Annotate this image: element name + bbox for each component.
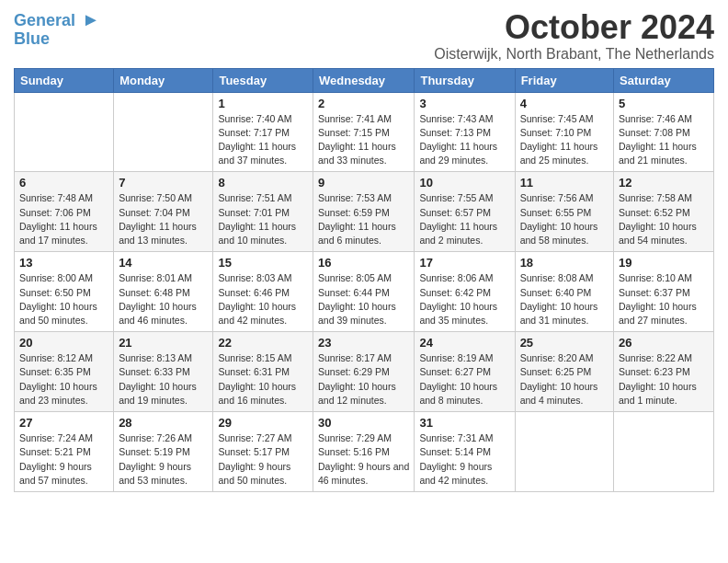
calendar-cell: 11Sunrise: 7:56 AM Sunset: 6:55 PM Dayli… [515,172,613,252]
day-number: 31 [419,416,509,430]
day-info: Sunrise: 7:43 AM Sunset: 7:13 PM Dayligh… [419,112,509,168]
day-number: 4 [520,97,609,110]
day-number: 3 [419,97,509,110]
day-info: Sunrise: 7:50 AM Sunset: 7:04 PM Dayligh… [119,191,208,247]
day-info: Sunrise: 7:48 AM Sunset: 7:06 PM Dayligh… [19,191,108,247]
calendar-cell: 1Sunrise: 7:40 AM Sunset: 7:17 PM Daylig… [213,92,313,172]
day-info: Sunrise: 8:08 AM Sunset: 6:40 PM Dayligh… [520,271,609,327]
day-info: Sunrise: 8:00 AM Sunset: 6:50 PM Dayligh… [19,271,108,327]
location: Oisterwijk, North Brabant, The Netherlan… [434,46,714,63]
day-number: 9 [318,176,409,190]
day-info: Sunrise: 8:05 AM Sunset: 6:44 PM Dayligh… [318,271,409,327]
day-info: Sunrise: 8:03 AM Sunset: 6:46 PM Dayligh… [218,271,308,327]
day-info: Sunrise: 8:06 AM Sunset: 6:42 PM Dayligh… [419,271,509,327]
calendar-cell [614,412,714,492]
calendar-cell: 3Sunrise: 7:43 AM Sunset: 7:13 PM Daylig… [415,92,515,172]
calendar-cell: 6Sunrise: 7:48 AM Sunset: 7:06 PM Daylig… [15,172,114,252]
calendar-cell: 13Sunrise: 8:00 AM Sunset: 6:50 PM Dayli… [15,252,114,332]
day-info: Sunrise: 7:56 AM Sunset: 6:55 PM Dayligh… [520,191,609,247]
day-info: Sunrise: 7:31 AM Sunset: 5:14 PM Dayligh… [419,431,509,488]
calendar-cell: 12Sunrise: 7:58 AM Sunset: 6:52 PM Dayli… [614,172,714,252]
day-info: Sunrise: 7:26 AM Sunset: 5:19 PM Dayligh… [119,431,208,488]
day-number: 22 [218,336,308,350]
calendar-cell: 18Sunrise: 8:08 AM Sunset: 6:40 PM Dayli… [515,252,613,332]
calendar-cell: 21Sunrise: 8:13 AM Sunset: 6:33 PM Dayli… [114,332,213,412]
day-number: 24 [419,336,509,350]
calendar-cell: 2Sunrise: 7:41 AM Sunset: 7:15 PM Daylig… [313,92,415,172]
day-number: 13 [19,256,108,270]
calendar-cell: 23Sunrise: 8:17 AM Sunset: 6:29 PM Dayli… [313,332,415,412]
calendar-cell: 31Sunrise: 7:31 AM Sunset: 5:14 PM Dayli… [415,412,515,492]
day-header-sunday: Sunday [15,68,114,92]
page-header: General ► Blue October 2024 Oisterwijk, … [14,9,714,63]
day-number: 12 [619,176,709,190]
calendar-cell: 14Sunrise: 8:01 AM Sunset: 6:48 PM Dayli… [114,252,213,332]
calendar-cell: 16Sunrise: 8:05 AM Sunset: 6:44 PM Dayli… [313,252,415,332]
day-number: 14 [119,256,208,270]
day-number: 20 [19,336,108,350]
logo: General ► Blue [14,9,100,49]
day-number: 7 [119,176,208,190]
day-info: Sunrise: 8:10 AM Sunset: 6:37 PM Dayligh… [619,271,709,327]
calendar-cell: 5Sunrise: 7:46 AM Sunset: 7:08 PM Daylig… [614,92,714,172]
day-info: Sunrise: 7:51 AM Sunset: 7:01 PM Dayligh… [218,191,308,247]
day-info: Sunrise: 7:45 AM Sunset: 7:10 PM Dayligh… [520,112,609,168]
logo-subtext: Blue [14,30,50,49]
calendar-cell: 24Sunrise: 8:19 AM Sunset: 6:27 PM Dayli… [415,332,515,412]
day-info: Sunrise: 8:22 AM Sunset: 6:23 PM Dayligh… [619,351,709,408]
calendar-table: SundayMondayTuesdayWednesdayThursdayFrid… [14,68,714,492]
calendar-header: SundayMondayTuesdayWednesdayThursdayFrid… [15,68,714,92]
calendar-cell: 22Sunrise: 8:15 AM Sunset: 6:31 PM Dayli… [213,332,313,412]
calendar-week-2: 6Sunrise: 7:48 AM Sunset: 7:06 PM Daylig… [15,172,714,252]
day-number: 16 [318,256,409,270]
day-info: Sunrise: 8:15 AM Sunset: 6:31 PM Dayligh… [218,351,308,408]
calendar-cell [515,412,613,492]
day-number: 19 [619,256,709,270]
calendar-cell: 15Sunrise: 8:03 AM Sunset: 6:46 PM Dayli… [213,252,313,332]
day-info: Sunrise: 7:41 AM Sunset: 7:15 PM Dayligh… [318,112,409,168]
day-header-monday: Monday [114,68,213,92]
calendar-cell: 28Sunrise: 7:26 AM Sunset: 5:19 PM Dayli… [114,412,213,492]
day-number: 29 [218,416,308,430]
day-info: Sunrise: 8:20 AM Sunset: 6:25 PM Dayligh… [520,351,609,408]
calendar-cell: 30Sunrise: 7:29 AM Sunset: 5:16 PM Dayli… [313,412,415,492]
calendar-cell: 8Sunrise: 7:51 AM Sunset: 7:01 PM Daylig… [213,172,313,252]
calendar-cell: 25Sunrise: 8:20 AM Sunset: 6:25 PM Dayli… [515,332,613,412]
day-number: 17 [419,256,509,270]
logo-text: General ► [14,9,100,30]
day-info: Sunrise: 7:24 AM Sunset: 5:21 PM Dayligh… [19,431,108,488]
day-number: 10 [419,176,509,190]
day-number: 27 [19,416,108,430]
day-info: Sunrise: 8:01 AM Sunset: 6:48 PM Dayligh… [119,271,208,327]
calendar-cell [15,92,114,172]
calendar-cell: 4Sunrise: 7:45 AM Sunset: 7:10 PM Daylig… [515,92,613,172]
day-number: 15 [218,256,308,270]
day-header-tuesday: Tuesday [213,68,313,92]
calendar-cell: 27Sunrise: 7:24 AM Sunset: 5:21 PM Dayli… [15,412,114,492]
day-header-wednesday: Wednesday [313,68,415,92]
day-number: 23 [318,336,409,350]
calendar-cell: 9Sunrise: 7:53 AM Sunset: 6:59 PM Daylig… [313,172,415,252]
day-info: Sunrise: 7:53 AM Sunset: 6:59 PM Dayligh… [318,191,409,247]
calendar-week-5: 27Sunrise: 7:24 AM Sunset: 5:21 PM Dayli… [15,412,714,492]
day-info: Sunrise: 8:13 AM Sunset: 6:33 PM Dayligh… [119,351,208,408]
title-block: October 2024 Oisterwijk, North Brabant, … [434,9,714,63]
day-number: 28 [119,416,208,430]
calendar-cell: 10Sunrise: 7:55 AM Sunset: 6:57 PM Dayli… [415,172,515,252]
month-title: October 2024 [434,9,714,46]
day-info: Sunrise: 7:58 AM Sunset: 6:52 PM Dayligh… [619,191,709,247]
calendar-cell [114,92,213,172]
day-number: 21 [119,336,208,350]
day-number: 5 [619,97,709,110]
calendar-week-3: 13Sunrise: 8:00 AM Sunset: 6:50 PM Dayli… [15,252,714,332]
day-number: 25 [520,336,609,350]
day-info: Sunrise: 8:17 AM Sunset: 6:29 PM Dayligh… [318,351,409,408]
calendar-week-4: 20Sunrise: 8:12 AM Sunset: 6:35 PM Dayli… [15,332,714,412]
day-number: 1 [218,97,308,110]
day-number: 8 [218,176,308,190]
calendar-cell: 17Sunrise: 8:06 AM Sunset: 6:42 PM Dayli… [415,252,515,332]
day-number: 6 [19,176,108,190]
day-number: 26 [619,336,709,350]
day-header-friday: Friday [515,68,613,92]
day-number: 11 [520,176,609,190]
